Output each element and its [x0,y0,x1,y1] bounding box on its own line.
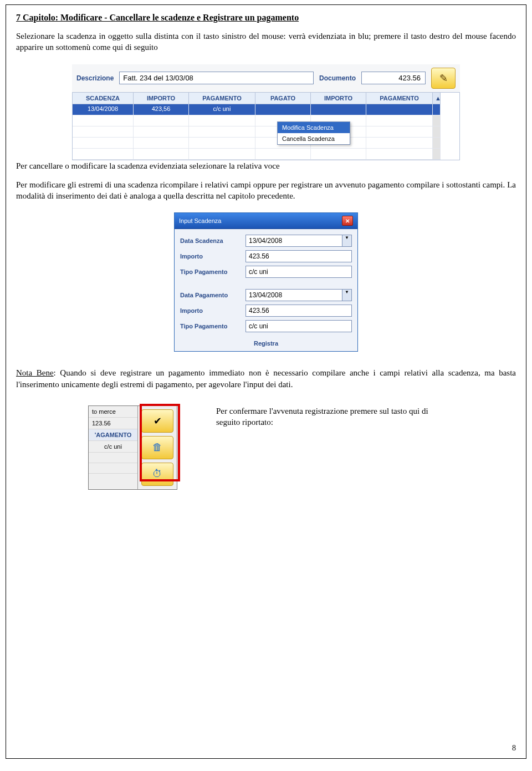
schedule-button[interactable] [141,463,173,486]
scroll-track [433,104,441,115]
input-tipo-pagamento-2[interactable]: c/c uni [245,320,352,332]
col-pagamento: PAGAMENTO [189,93,255,104]
table-row [73,138,459,149]
descrizione-label: Descrizione [76,74,114,82]
label-importo: Importo [180,253,241,260]
descrizione-field[interactable]: Fatt. 234 del 13/03/08 [119,72,314,84]
close-icon[interactable]: ✕ [342,216,353,226]
paragraph-intro: Selezionare la scadenza in oggetto sulla… [16,31,516,53]
cell-scadenza: 13/04/2008 [73,104,134,115]
label-tipo-pagamento: Tipo Pagamento [180,268,241,275]
table-header: SCADENZA IMPORTO PAGAMENTO PAGATO IMPORT… [73,93,459,104]
col-importo2: IMPORTO [311,93,366,104]
paragraph-cancel-modify: Per cancellare o modificare la scadenza … [16,160,516,171]
paragraph-modify-fields: Per modificare gli estremi di una scaden… [16,179,516,202]
cell-pagamento2 [366,104,433,115]
chevron-down-icon[interactable]: ▼ [342,235,352,247]
screenshot-1-container: Descrizione Fatt. 234 del 13/03/08 Docum… [16,64,516,145]
input-importo-2[interactable]: 423.56 [245,305,352,317]
nota-bene-lead: Nota Bene [16,368,54,377]
chapter-title: 7 Capitolo: Modificare - Cancellare le s… [16,13,516,23]
dialog-title: Input Scadenza [179,217,221,224]
input-data-pagamento[interactable]: 13/04/2008 [245,289,342,301]
crop-cell: c/c uni [89,441,137,453]
table-row [73,126,459,138]
label-tipo-pagamento-2: Tipo Pagamento [180,323,241,329]
input-data-scadenza[interactable]: 13/04/2008 [245,235,342,247]
col-importo: IMPORTO [134,93,189,104]
col-scadenza: SCADENZA [73,93,134,104]
confirm-row: to merce 123.56 'AGAMENTO c/c uni ✔ [88,405,516,490]
page-number: 8 [512,744,516,753]
input-tipo-pagamento[interactable]: c/c uni [245,266,352,278]
dialog-titlebar: Input Scadenza ✕ [175,213,357,229]
crop-blank [89,453,137,463]
menu-item-modifica[interactable]: Modifica Scadenza [278,122,350,133]
chevron-down-icon[interactable]: ▼ [342,289,352,301]
screenshot-2-container: Input Scadenza ✕ Data Scadenza 13/04/200… [16,212,516,352]
context-menu[interactable]: Modifica Scadenza Cancella Scadenza [277,121,350,145]
col-pagato: PAGATO [255,93,311,104]
label-data-scadenza: Data Scadenza [180,237,241,244]
cell-importo: 423,56 [134,104,189,115]
nota-bene-text: : Quando si deve registrare un pagamento… [16,368,516,388]
col-pagamento2: PAGAMENTO [366,93,433,104]
menu-item-cancella[interactable]: Cancella Scadenza [278,133,350,144]
label-data-pagamento: Data Pagamento [180,292,241,298]
delete-button[interactable] [141,436,173,459]
documento-label: Documento [319,74,356,82]
table-row-selected[interactable]: 13/04/2008 423,56 c/c uni [73,104,459,115]
table-row [73,149,459,160]
crop-col-header: 'AGAMENTO [89,429,137,441]
crop-blank [89,463,137,474]
toolbar-button[interactable]: ✎ [431,68,456,89]
check-icon: ✔ [154,415,162,427]
paragraph-nota-bene: Nota Bene: Quando si deve registrare un … [16,367,516,390]
cell-pagamento: c/c uni [189,104,255,115]
crop-text-2: 123.56 [89,418,137,429]
confirm-text: Per confermare l'avvenuta registrazione … [216,405,449,428]
confirm-button[interactable]: ✔ [141,409,173,433]
crop-text-1: to merce [89,406,137,418]
cell-importo2 [311,104,366,115]
input-scadenza-dialog: Input Scadenza ✕ Data Scadenza 13/04/200… [174,212,358,352]
label-importo-2: Importo [180,307,241,314]
table-row [73,115,459,126]
scroll-arrow-icon: ▲ [433,93,441,104]
cell-pagato [255,104,311,115]
screenshot-table-context-menu: Descrizione Fatt. 234 del 13/03/08 Docum… [72,64,460,145]
input-importo[interactable]: 423.56 [245,250,352,262]
screenshot-confirm-button: to merce 123.56 'AGAMENTO c/c uni ✔ [88,405,177,490]
registra-button[interactable]: Registra [175,337,357,351]
documento-field[interactable]: 423.56 [361,72,426,84]
